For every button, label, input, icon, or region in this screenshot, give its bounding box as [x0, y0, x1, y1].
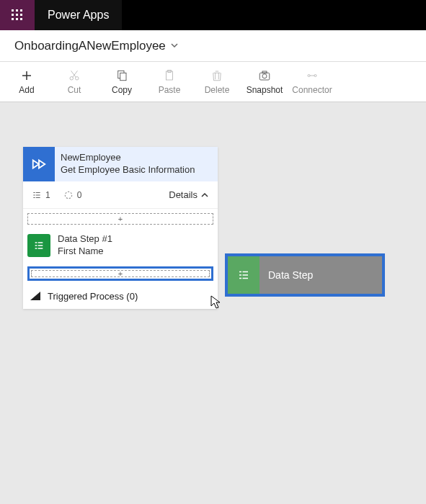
drop-slot-top[interactable]: + — [27, 213, 213, 225]
paste-label: Paste — [159, 85, 181, 95]
card-header[interactable]: NewEmployee Get Employee Basic Informati… — [23, 147, 218, 181]
slot-plus-active: + — [118, 269, 123, 278]
svg-rect-12 — [120, 73, 126, 81]
pending-count: 0 — [63, 190, 82, 200]
details-toggle[interactable]: Details — [169, 189, 209, 200]
waffle-icon — [12, 9, 23, 21]
app-launcher-button[interactable] — [0, 0, 35, 30]
svg-rect-7 — [16, 18, 18, 20]
svg-point-18 — [308, 74, 310, 76]
svg-rect-6 — [12, 18, 14, 20]
copy-label: Copy — [112, 85, 132, 95]
title-bar: Power Apps — [0, 0, 426, 30]
app-title: Power Apps — [35, 0, 122, 30]
process-card[interactable]: NewEmployee Get Employee Basic Informati… — [23, 147, 218, 309]
svg-rect-4 — [16, 14, 18, 16]
card-header-text: NewEmployee Get Employee Basic Informati… — [55, 149, 200, 179]
list-icon — [32, 190, 42, 200]
svg-rect-0 — [12, 9, 14, 12]
svg-point-16 — [262, 73, 267, 78]
plus-icon — [20, 69, 33, 82]
add-button[interactable]: Add — [3, 69, 50, 95]
spinner-icon — [63, 190, 74, 200]
svg-point-20 — [65, 192, 71, 198]
data-step-icon — [27, 234, 50, 257]
drag-step-label: Data Step — [259, 269, 313, 281]
chevron-down-icon[interactable] — [170, 40, 179, 53]
scissors-icon — [68, 69, 81, 82]
details-label: Details — [169, 189, 198, 200]
card-subtitle: Get Employee Basic Information — [61, 164, 195, 176]
breadcrumb-bar: OnboardingANewEmployee — [0, 30, 426, 62]
cut-label: Cut — [68, 85, 81, 95]
designer-canvas[interactable]: NewEmployee Get Employee Basic Informati… — [0, 102, 426, 504]
clipboard-icon — [163, 69, 176, 82]
pending-count-value: 0 — [77, 190, 82, 200]
step-sub: First Name — [58, 246, 112, 258]
copy-icon — [115, 69, 128, 82]
add-label: Add — [19, 85, 34, 95]
chevron-up-icon — [200, 191, 209, 199]
svg-rect-3 — [12, 14, 14, 16]
dragging-step-tile[interactable]: Data Step — [225, 253, 385, 297]
svg-rect-2 — [20, 9, 22, 12]
svg-rect-5 — [20, 14, 22, 16]
slot-plus: + — [118, 215, 123, 223]
steps-count: 1 — [32, 190, 50, 200]
paste-button[interactable]: Paste — [146, 69, 193, 95]
step-title: Data Step #1 — [58, 233, 112, 246]
cut-button[interactable]: Cut — [50, 69, 98, 95]
delete-label: Delete — [205, 85, 230, 95]
card-title: NewEmployee — [61, 152, 195, 164]
delete-button[interactable]: Delete — [193, 69, 241, 95]
steps-count-value: 1 — [45, 190, 50, 200]
camera-icon — [258, 69, 271, 82]
card-meta-row: 1 0 Details — [23, 181, 218, 209]
process-icon — [23, 147, 55, 181]
triangle-icon — [30, 292, 40, 300]
data-step-text: Data Step #1 First Name — [58, 233, 112, 258]
connector-icon — [306, 69, 319, 82]
triggered-label: Triggered Process (0) — [48, 291, 138, 302]
snapshot-button[interactable]: Snapshot — [241, 69, 288, 95]
snapshot-label: Snapshot — [247, 85, 283, 95]
drop-slot-active[interactable]: + — [27, 266, 213, 281]
connector-button[interactable]: Connector — [288, 69, 336, 95]
connector-label: Connector — [292, 85, 332, 95]
svg-rect-1 — [16, 9, 18, 12]
triggered-process-row[interactable]: Triggered Process (0) — [23, 285, 218, 309]
trash-icon — [210, 69, 223, 82]
copy-button[interactable]: Copy — [98, 69, 146, 95]
flow-name[interactable]: OnboardingANewEmployee — [14, 39, 166, 53]
svg-point-19 — [314, 74, 316, 76]
drag-step-icon — [228, 256, 259, 294]
data-step-row[interactable]: Data Step #1 First Name — [23, 229, 218, 262]
toolbar: Add Cut Copy Paste Delete Snapshot Conne… — [0, 62, 426, 102]
svg-rect-8 — [20, 18, 22, 20]
svg-rect-17 — [262, 71, 267, 73]
